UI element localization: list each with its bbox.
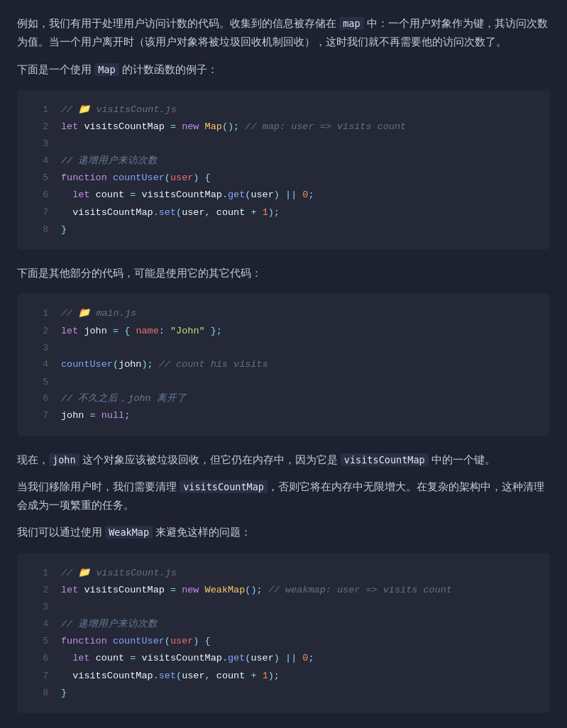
code-line: 5: [17, 374, 550, 390]
code-block-3: 1 // 📁 visitsCount.js 2 let visitsCountM…: [17, 553, 550, 713]
code-line: 5 function countUser(user) {: [17, 633, 550, 650]
code-line: 2 let visitsCountMap = new WeakMap(); //…: [17, 582, 550, 599]
code-line: 8 }: [17, 221, 550, 238]
gc-text-2: 当我们移除用户时，我们需要清理 visitsCountMap，否则它将在内存中无…: [17, 478, 550, 515]
code-line: 4 // 递增用户来访次数: [17, 616, 550, 633]
code-line: 3: [17, 136, 550, 152]
code-line: 1 // 📁 visitsCount.js: [17, 101, 550, 118]
page-container: 例如，我们有用于处理用户访问计数的代码。收集到的信息被存储在 map 中：一个用…: [17, 14, 550, 728]
code-line: 2 let john = { name: "John" };: [17, 323, 550, 340]
code-line: 6 let count = visitsCountMap.get(user) |…: [17, 187, 550, 204]
intro-paragraph: 例如，我们有用于处理用户访问计数的代码。收集到的信息被存储在 map 中：一个用…: [17, 14, 550, 52]
code-line: 2 let visitsCountMap = new Map(); // map…: [17, 118, 550, 136]
code-line: 4 countUser(john); // count his visits: [17, 356, 550, 373]
code-line: 8 }: [17, 685, 550, 702]
gc-text-3: 我们可以通过使用 WeakMap 来避免这样的问题：: [17, 523, 550, 541]
code-line: 6 let count = visitsCountMap.get(user) |…: [17, 650, 550, 667]
code-line: 5 function countUser(user) {: [17, 170, 550, 187]
code-line: 3: [17, 340, 550, 356]
code-line: 7 visitsCountMap.set(user, count + 1);: [17, 204, 550, 221]
code-line: 7 john = null;: [17, 407, 550, 424]
section2-intro: 下面是其他部分的代码，可能是使用它的其它代码：: [17, 264, 550, 282]
code-line: 1 // 📁 visitsCount.js: [17, 565, 550, 582]
code-block-1: 1 // 📁 visitsCount.js 2 let visitsCountM…: [17, 90, 550, 250]
code-line: 6 // 不久之后，john 离开了: [17, 390, 550, 407]
code-line: 7 visitsCountMap.set(user, count + 1);: [17, 668, 550, 685]
code-line: 1 // 📁 main.js: [17, 305, 550, 322]
gc-text-1: 现在，john 这个对象应该被垃圾回收，但它仍在内存中，因为它是 visitsC…: [17, 451, 550, 469]
section1-intro: 下面是一个使用 Map 的计数函数的例子：: [17, 60, 550, 79]
code-block-2: 1 // 📁 main.js 2 let john = { name: "Joh…: [17, 294, 550, 436]
code-line: 4 // 递增用户来访次数: [17, 153, 550, 170]
code-line: 3: [17, 599, 550, 615]
